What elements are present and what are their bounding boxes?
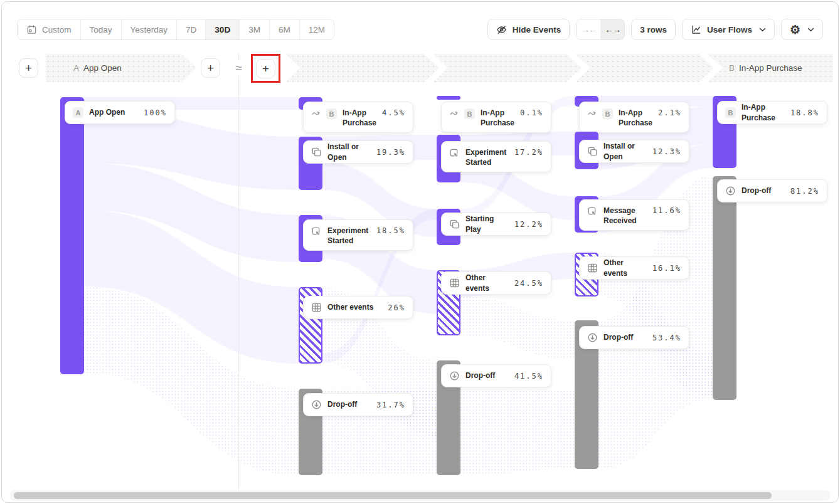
flow-node-percentage: 19.3% <box>376 148 405 157</box>
flow-node-label: Other events <box>603 258 647 278</box>
flow-node-label: Drop-off <box>603 332 647 342</box>
flow-node-percentage: 11.6% <box>652 206 681 215</box>
flow-node-drop-off[interactable]: Drop-off81.2% <box>717 179 827 202</box>
flow-node-drop-off[interactable]: Drop-off31.7% <box>303 393 413 416</box>
date-range-label: 30D <box>215 25 230 34</box>
date-range-6m[interactable]: 6M <box>270 19 300 39</box>
flow-node-experiment-started[interactable]: Experiment Started17.2% <box>441 141 551 172</box>
flow-node-label: Drop-off <box>327 399 371 409</box>
add-step-left-button[interactable]: + <box>19 58 38 78</box>
flow-node-other-events[interactable]: Other events24.5% <box>441 271 551 295</box>
flow-node-label: In-App Purchase <box>742 102 785 122</box>
flow-node-label: App Open <box>89 107 138 117</box>
step-header-label: In-App Purchase <box>739 63 802 73</box>
annotation-highlight-box <box>251 54 280 83</box>
custom-event-icon <box>587 206 598 217</box>
flow-node-percentage: 17.2% <box>514 148 543 157</box>
date-range-12m[interactable]: 12M <box>300 19 334 39</box>
add-step-after-a-button[interactable]: + <box>201 58 220 78</box>
toolbar: CustomTodayYesterday7D30D3M6M12M Hide Ev… <box>17 19 823 40</box>
flow-node-percentage: 100% <box>144 108 167 117</box>
flow-node-install-or-open[interactable]: Install or Open12.3% <box>579 140 689 163</box>
date-range-custom[interactable]: Custom <box>18 19 81 39</box>
date-range-3m[interactable]: 3M <box>240 19 270 39</box>
flow-node-label: Message Received <box>603 206 647 226</box>
step-header-5: BIn-App Purchase <box>708 54 833 82</box>
flow-node-percentage: 12.3% <box>652 147 681 156</box>
step-header-1: AApp Open <box>46 54 196 82</box>
date-range-label: Today <box>90 25 112 34</box>
custom-event-icon <box>449 148 460 159</box>
flow-node-drop-off[interactable]: Drop-off53.4% <box>579 326 689 349</box>
flow-node-in-app-purchase[interactable]: BIn-App Purchase4.5% <box>303 102 413 133</box>
flow-node-in-app-purchase[interactable]: BIn-App Purchase2.1% <box>579 102 689 133</box>
step-letter-badge: B <box>729 63 735 73</box>
flow-node-percentage: 53.4% <box>652 333 681 342</box>
flow-bar-drop-off[interactable] <box>713 176 736 400</box>
flow-node-label: Experiment Started <box>465 147 509 167</box>
date-range-label: 12M <box>309 25 325 34</box>
event-letter-badge: A <box>73 107 83 118</box>
view-selector-button[interactable]: User Flows <box>682 19 775 40</box>
date-range-selector: CustomTodayYesterday7D30D3M6M12M <box>17 19 334 40</box>
flow-node-percentage: 16.1% <box>652 264 681 273</box>
flow-node-label: In-App Purchase <box>343 108 376 128</box>
approx-symbol: ≈ <box>231 61 246 76</box>
step-header-2 <box>285 54 439 82</box>
event-letter-badge: B <box>326 108 337 119</box>
flow-bar-in-app-purchase[interactable] <box>437 96 460 100</box>
step-header-3 <box>433 54 582 82</box>
flow-node-percentage: 0.1% <box>520 108 543 117</box>
squares-icon <box>587 146 598 157</box>
grid-icon <box>587 263 598 273</box>
user-flows-icon <box>691 24 701 35</box>
toolbar-right-group: Hide Events →← ←→ 3 rows User Flows ⚙ <box>487 19 823 40</box>
hide-events-label: Hide Events <box>513 25 561 34</box>
flow-node-label: Starting Play <box>465 214 509 234</box>
event-letter-badge: B <box>602 108 613 119</box>
flow-node-label: Drop-off <box>742 186 785 196</box>
gear-icon: ⚙ <box>790 24 800 36</box>
calendar-icon <box>26 24 37 35</box>
hide-events-button[interactable]: Hide Events <box>487 19 570 40</box>
rows-button[interactable]: 3 rows <box>631 19 676 40</box>
flow-node-in-app-purchase[interactable]: BIn-App Purchase18.8% <box>717 101 827 124</box>
step-header-4 <box>575 54 714 82</box>
settings-button[interactable]: ⚙ <box>781 19 823 40</box>
flow-node-percentage: 2.1% <box>658 108 681 117</box>
anchor-divider-line <box>238 54 239 490</box>
flow-node-percentage: 41.5% <box>514 372 543 381</box>
flow-node-install-or-open[interactable]: Install or Open19.3% <box>303 140 413 164</box>
drop-icon <box>587 332 598 343</box>
chevron-down-icon <box>759 28 766 32</box>
eye-off-icon <box>496 24 507 35</box>
drop-icon <box>311 399 322 410</box>
date-range-today[interactable]: Today <box>81 19 122 39</box>
flow-node-percentage: 4.5% <box>382 108 405 117</box>
date-range-30d[interactable]: 30D <box>206 19 240 39</box>
horizontal-scrollbar-thumb[interactable] <box>14 492 772 499</box>
flow-node-drop-off[interactable]: Drop-off41.5% <box>441 364 551 387</box>
date-range-label: Yesterday <box>130 25 168 34</box>
event-letter-badge: B <box>464 108 475 119</box>
event-letter-badge: B <box>725 107 736 118</box>
flow-node-message-received[interactable]: Message Received11.6% <box>579 199 689 231</box>
flow-node-experiment-started[interactable]: Experiment Started18.5% <box>303 219 413 251</box>
step-header-label: App Open <box>83 63 122 73</box>
grid-icon <box>449 278 460 288</box>
horizontal-scrollbar[interactable] <box>9 490 831 501</box>
flow-node-starting-play[interactable]: Starting Play12.2% <box>441 213 551 236</box>
flow-node-label: Install or Open <box>603 141 647 161</box>
flow-node-other-events[interactable]: Other events16.1% <box>579 256 689 280</box>
date-range-yesterday[interactable]: Yesterday <box>122 19 178 39</box>
flow-node-in-app-purchase[interactable]: BIn-App Purchase0.1% <box>441 102 551 133</box>
flow-node-app-open[interactable]: AApp Open100% <box>65 101 175 124</box>
flow-bar-app-open[interactable] <box>60 97 84 374</box>
collapse-columns-button[interactable]: →← <box>577 19 600 39</box>
expand-columns-button[interactable]: ←→ <box>600 19 624 39</box>
flow-node-other-events[interactable]: Other events26% <box>303 296 413 319</box>
view-selector-label: User Flows <box>707 25 752 34</box>
date-range-7d[interactable]: 7D <box>177 19 206 39</box>
flow-arrow-icon <box>311 108 321 118</box>
flow-node-label: In-App Purchase <box>481 108 514 128</box>
